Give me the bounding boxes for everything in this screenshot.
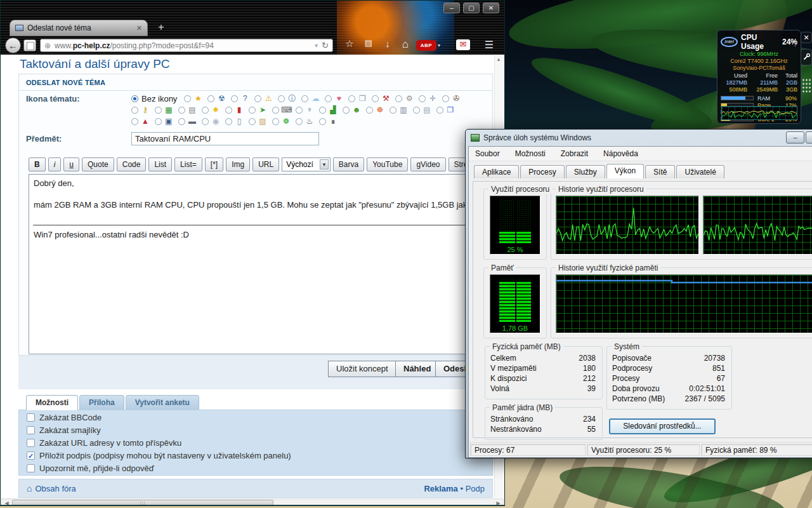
radio-chat-bubble[interactable] — [301, 95, 308, 102]
radio-sandbox[interactable] — [249, 118, 256, 125]
radio-kettle[interactable] — [296, 118, 303, 125]
radio-no-icon[interactable] — [131, 95, 138, 102]
bbcode-u-button[interactable]: u — [63, 157, 79, 171]
adblock-dropdown-icon[interactable]: ▾ — [438, 43, 440, 48]
tab-moznosti[interactable]: Možnosti — [26, 395, 78, 410]
page-title[interactable]: Taktování a další úpravy PC — [20, 57, 170, 71]
radio-calculator[interactable] — [390, 107, 396, 114]
radio-usb-stick[interactable] — [225, 118, 232, 125]
radio-gamepad[interactable] — [272, 107, 279, 114]
bbcode-list-button[interactable]: List — [148, 157, 172, 171]
radio-syringe[interactable] — [419, 95, 426, 102]
radio-gear[interactable] — [395, 95, 402, 102]
radio-hard-drive[interactable] — [178, 118, 185, 125]
bbcode-url-button[interactable]: URL — [252, 157, 279, 171]
checkbox[interactable] — [27, 451, 35, 460]
radio-warning[interactable] — [254, 95, 261, 102]
resource-monitor-button[interactable]: Sledování prostředků... — [609, 418, 716, 434]
radio-question[interactable] — [231, 95, 238, 102]
menu-zobrazit[interactable]: Zobrazit — [561, 149, 588, 158]
reload-icon[interactable]: ↻ — [322, 41, 329, 50]
downloads-icon[interactable]: ↓ — [380, 38, 395, 49]
bookmark-star-icon[interactable]: ☆ — [342, 38, 357, 50]
scroll-right-icon[interactable]: ▶ — [494, 500, 502, 505]
url-bar[interactable]: ⊕ www.pc-help.cz/posting.php?mode=post&f… — [40, 39, 333, 52]
bbcode--button[interactable]: [*] — [205, 157, 223, 171]
checkbox[interactable] — [27, 413, 35, 422]
scroll-up-icon[interactable]: ▲ — [496, 57, 501, 62]
scroll-left-icon[interactable]: ◀ — [3, 500, 11, 505]
tm-titlebar[interactable]: Správce úloh systému Windows — [466, 130, 812, 146]
radio-lifebuoy[interactable] — [366, 107, 373, 114]
new-tab-button[interactable]: + — [153, 22, 169, 34]
bbcode-list-button[interactable]: List= — [174, 157, 202, 171]
bbcode-barva-button[interactable]: Barva — [333, 157, 364, 171]
mail-icon[interactable]: ✉ — [456, 39, 470, 50]
bbcode-code-button[interactable]: Code — [117, 157, 147, 171]
radio-graphics-card[interactable] — [155, 107, 162, 114]
checkbox[interactable] — [27, 426, 35, 434]
radio-film-camera[interactable] — [442, 95, 449, 102]
radio-copies[interactable] — [348, 95, 355, 102]
radio-printer[interactable] — [178, 107, 185, 114]
checkbox[interactable] — [27, 464, 35, 472]
horizontal-scrollbar[interactable]: ◀ ⁞⁞⁞ ▶ — [1, 498, 504, 505]
menu-soubor[interactable]: Soubor — [475, 149, 500, 158]
radio-cd[interactable] — [202, 118, 209, 125]
maximize-button[interactable]: ▢ — [463, 3, 480, 13]
cpu-usage-gadget[interactable]: intel CPU Usage 24% Clock: 996MHz ♪ Core… — [717, 30, 801, 124]
menu-napoveda[interactable]: Nápověda — [603, 149, 638, 158]
bbcode-b-button[interactable]: B — [29, 157, 46, 171]
radio-radiation[interactable] — [207, 95, 214, 102]
save-draft-button[interactable]: Uložit koncept — [328, 361, 396, 377]
tab-uzivatele[interactable]: Uživatelé — [676, 165, 724, 178]
radio-pdf[interactable] — [131, 118, 138, 125]
tab-aplikace[interactable]: Aplikace — [474, 165, 519, 178]
bbcode-i-button[interactable]: i — [48, 157, 62, 171]
radio-heart[interactable] — [325, 95, 332, 102]
font-size-select[interactable]: Výchozí▼ — [282, 157, 331, 171]
url-dropdown-icon[interactable]: ▾ — [315, 42, 318, 49]
bbcode-img-button[interactable]: Img — [226, 157, 250, 171]
tab-site[interactable]: Sítě — [645, 165, 675, 178]
clipboard-icon[interactable]: ▤ — [361, 38, 376, 48]
radio-tools[interactable] — [372, 95, 379, 102]
forum-index-link[interactable]: Obsah fóra — [35, 484, 75, 493]
preview-button[interactable]: Náhled — [395, 361, 439, 377]
bbcode-quote-button[interactable]: Quote — [82, 157, 114, 171]
minimize-button[interactable]: – — [443, 3, 460, 13]
back-button[interactable]: ← — [5, 37, 21, 53]
close-button[interactable]: ✕ — [483, 3, 499, 13]
gadget-drag-handle-icon[interactable] — [802, 78, 812, 93]
menu-moznosti[interactable]: Možnosti — [515, 149, 546, 158]
radio-battery[interactable] — [225, 107, 232, 114]
radio-trash[interactable] — [319, 118, 326, 125]
radio-lock[interactable] — [131, 107, 138, 114]
tab-vytvorit-anketu[interactable]: Vytvořit anketu — [126, 395, 199, 410]
bbcode-gvideo-button[interactable]: gVideo — [410, 157, 445, 171]
radio-document[interactable] — [413, 107, 420, 114]
tab-procesy[interactable]: Procesy — [520, 165, 564, 178]
gadget-close-button[interactable]: ✕ — [801, 32, 812, 43]
scrollbar-thumb[interactable]: ⁞⁞⁞ — [12, 500, 273, 505]
radio-send[interactable] — [249, 107, 256, 114]
radio-antenna[interactable] — [296, 107, 303, 114]
maximize-button[interactable]: ▢ — [806, 131, 812, 144]
radio-lightbulb[interactable] — [202, 107, 209, 114]
radio-icq-flower[interactable] — [272, 118, 279, 125]
message-textarea[interactable]: Dobrý den, mám 2GB RAM a 3GB interní RAM… — [29, 174, 495, 354]
menu-icon[interactable]: ☰ — [481, 39, 497, 51]
gadget-settings-wrench-icon[interactable] — [801, 49, 812, 65]
adblock-plus-icon[interactable]: ABP — [416, 40, 436, 51]
radio-floppy-save[interactable] — [155, 118, 162, 125]
footer-links[interactable]: Reklama • Podp — [424, 484, 485, 493]
subject-input[interactable]: Taktovaní RAM/CPU — [131, 132, 319, 145]
radio-info[interactable] — [278, 95, 285, 102]
checkbox[interactable] — [27, 439, 35, 447]
browser-tab[interactable]: Odeslat nové téma ✕ — [10, 20, 148, 36]
radio-smiley[interactable] — [343, 107, 350, 114]
bbcode-youtube-button[interactable]: YouTube — [367, 157, 408, 171]
radio-signal-chart[interactable] — [319, 107, 326, 114]
tab-sluzby[interactable]: Služby — [566, 165, 605, 178]
tab-vykon[interactable]: Výkon — [606, 164, 644, 178]
